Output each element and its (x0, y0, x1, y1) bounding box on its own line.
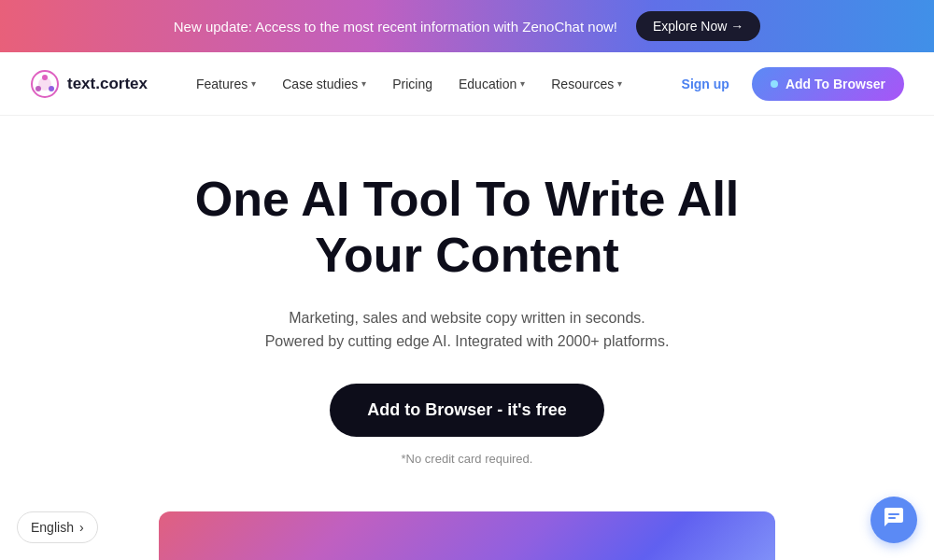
logo[interactable]: text.cortex (30, 69, 148, 99)
svg-point-2 (42, 75, 48, 80)
nav-case-studies[interactable]: Case studies ▾ (271, 69, 377, 99)
nav-education[interactable]: Education ▾ (447, 69, 536, 99)
nav-resources[interactable]: Resources ▾ (540, 69, 633, 99)
add-to-browser-button[interactable]: Add To Browser (752, 67, 904, 101)
svg-point-4 (35, 86, 41, 91)
education-chevron: ▾ (520, 78, 525, 89)
chat-button[interactable] (870, 497, 917, 543)
hero-title: One AI Tool To Write All Your Content (195, 172, 740, 284)
banner-text: New update: Access to the most recent in… (174, 19, 617, 35)
bottom-preview-image (159, 511, 775, 560)
features-chevron: ▾ (251, 78, 256, 89)
nav-links: Features ▾ Case studies ▾ Pricing Educat… (185, 69, 671, 99)
svg-rect-5 (888, 513, 899, 515)
language-label: English (31, 520, 74, 535)
chat-icon (883, 506, 905, 534)
hero-section: One AI Tool To Write All Your Content Ma… (0, 116, 934, 524)
top-banner: New update: Access to the most recent in… (0, 0, 934, 52)
hero-cta-button[interactable]: Add to Browser - it's free (330, 384, 603, 437)
logo-icon (30, 69, 60, 99)
svg-point-3 (49, 86, 54, 91)
signup-link[interactable]: Sign up (671, 69, 741, 99)
nav-pricing[interactable]: Pricing (381, 69, 444, 99)
nav-features[interactable]: Features ▾ (185, 69, 267, 99)
svg-rect-6 (888, 517, 896, 519)
explore-now-button[interactable]: Explore Now → (636, 11, 760, 41)
nav-right: Sign up Add To Browser (671, 67, 904, 101)
resources-chevron: ▾ (617, 78, 622, 89)
language-arrow-icon: › (79, 520, 84, 535)
hero-subtitle: Marketing, sales and website copy writte… (265, 306, 670, 354)
hero-disclaimer: *No credit card required. (402, 452, 533, 466)
btn-dot-icon (771, 80, 778, 88)
language-selector-button[interactable]: English › (17, 511, 98, 543)
navbar: text.cortex Features ▾ Case studies ▾ Pr… (0, 52, 934, 116)
logo-text: text.cortex (67, 75, 148, 93)
case-studies-chevron: ▾ (361, 78, 366, 89)
